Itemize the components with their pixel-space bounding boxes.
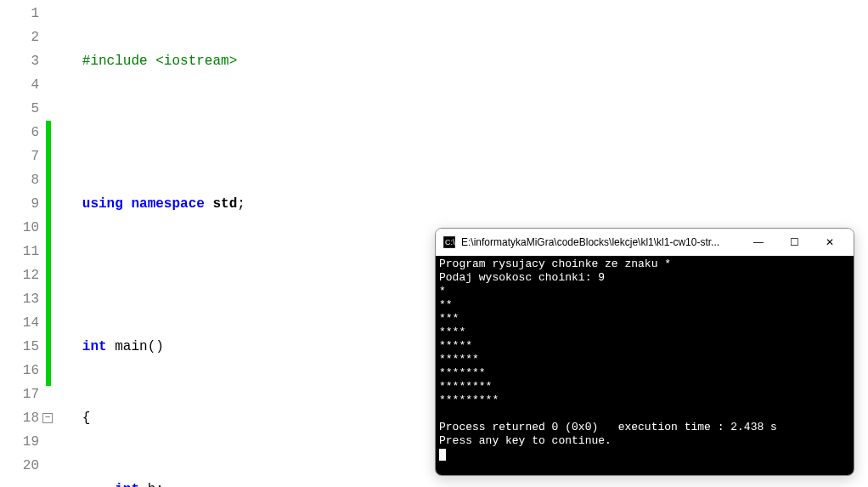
line-number: 19 [0,430,39,454]
close-button[interactable]: ✕ [813,230,847,254]
line-number: 16 [0,359,39,382]
fold-toggle-icon[interactable]: − [42,413,53,423]
line-number: 2 [0,25,39,49]
line-number: 14 [0,311,39,335]
console-title: E:\informatykaMiGra\codeBlocks\lekcje\kl… [461,236,741,248]
window-controls: — ☐ ✕ [741,230,847,254]
maximize-button[interactable]: ☐ [777,230,811,254]
line-number: 7 [0,144,39,168]
svg-text:C:\: C:\ [445,238,455,246]
code-line: int h; [58,478,868,487]
line-number: 12 [0,263,39,287]
line-number: 4 [0,73,39,97]
line-number: 6 [0,121,39,144]
line-number: 15 [0,335,39,359]
line-number: 11 [0,240,39,263]
line-number: 9 [0,192,39,216]
console-title-bar[interactable]: C:\ E:\informatykaMiGra\codeBlocks\lekcj… [436,229,854,256]
line-number-gutter: 1 2 3 4 5 6 7 8 9 10 11 12 13 14 15 16 1… [0,0,46,487]
code-line: using namespace std; [58,192,868,216]
line-number: 17 [0,382,39,406]
line-number: 3 [0,49,39,73]
line-number: 5 [0,97,39,121]
line-number: 8 [0,168,39,192]
console-icon: C:\ [442,235,456,249]
line-number: 1 [0,2,39,25]
console-window: C:\ E:\informatykaMiGra\codeBlocks\lekcj… [435,228,854,476]
code-line: #include <iostream> [58,49,868,73]
console-output[interactable]: Program rysujacy choinke ze znaku * Poda… [436,256,854,475]
minimize-button[interactable]: — [741,230,775,254]
line-number: 10 [0,216,39,240]
change-indicator [46,121,51,386]
console-cursor [439,449,446,461]
line-number: 20 [0,454,39,478]
line-number: 18 [0,406,39,430]
code-line [58,121,868,144]
line-number: 13 [0,287,39,311]
